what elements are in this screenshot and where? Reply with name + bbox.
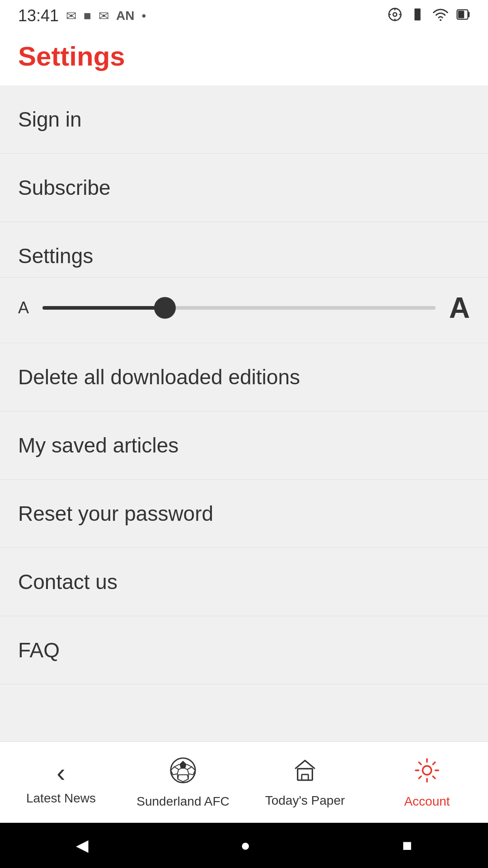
- menu-item-settings[interactable]: Settings: [0, 222, 488, 278]
- svg-marker-14: [171, 767, 178, 774]
- nav-item-account[interactable]: Account: [366, 752, 488, 813]
- menu-item-contact-us[interactable]: Contact us: [0, 548, 488, 616]
- svg-rect-10: [458, 10, 465, 18]
- status-bar: 13:41 ✉ ■ ✉ AN •: [0, 0, 488, 32]
- font-size-large-label: A: [449, 291, 470, 325]
- menu-item-delete-editions-label: Delete all downloaded editions: [18, 365, 300, 389]
- svg-line-19: [178, 769, 181, 769]
- soccer-ball-icon: [169, 756, 197, 789]
- nav-item-latest-news[interactable]: ‹ Latest News: [0, 755, 122, 810]
- font-size-slider[interactable]: [42, 306, 436, 310]
- font-slider-container: A A: [18, 291, 470, 325]
- svg-line-21: [177, 774, 178, 779]
- svg-rect-6: [414, 8, 420, 20]
- nav-item-sunderland-afc[interactable]: Sunderland AFC: [122, 752, 244, 813]
- gmail-icon-1: ✉: [66, 9, 76, 24]
- svg-point-1: [393, 13, 397, 16]
- page-title: Settings: [18, 41, 470, 72]
- svg-point-7: [440, 19, 441, 21]
- bottom-nav: ‹ Latest News Sunderland AFC: [0, 741, 488, 823]
- menu-item-saved-articles-label: My saved articles: [18, 434, 178, 457]
- nav-label-todays-paper: Today's Paper: [265, 793, 345, 808]
- android-home-button[interactable]: ●: [240, 836, 250, 855]
- menu-item-reset-password-label: Reset your password: [18, 502, 213, 525]
- an-label: AN: [116, 9, 134, 23]
- nav-label-account: Account: [404, 794, 450, 809]
- nav-label-latest-news: Latest News: [26, 791, 96, 806]
- font-size-section: A A: [0, 278, 488, 343]
- status-bar-right: [388, 7, 470, 25]
- status-time: 13:41: [18, 6, 59, 25]
- gear-icon: [413, 756, 441, 789]
- home-icon: [292, 757, 318, 788]
- menu-item-reset-password[interactable]: Reset your password: [0, 480, 488, 548]
- svg-rect-9: [468, 12, 470, 17]
- android-recent-button[interactable]: ■: [402, 836, 412, 855]
- svg-marker-12: [179, 760, 187, 768]
- menu-item-saved-articles[interactable]: My saved articles: [0, 411, 488, 480]
- status-bar-left: 13:41 ✉ ■ ✉ AN •: [18, 6, 146, 25]
- vibrate-icon: [410, 7, 425, 25]
- nav-label-sunderland-afc: Sunderland AFC: [136, 794, 229, 809]
- svg-marker-13: [188, 767, 195, 774]
- menu-item-subscribe[interactable]: Subscribe: [0, 154, 488, 222]
- menu-item-delete-editions[interactable]: Delete all downloaded editions: [0, 343, 488, 411]
- svg-line-16: [187, 764, 192, 767]
- android-back-button[interactable]: ◀: [76, 836, 89, 855]
- gmail-icon-2: ✉: [99, 9, 109, 24]
- android-nav-bar: ◀ ● ■: [0, 823, 488, 868]
- svg-rect-23: [302, 774, 309, 780]
- location-icon: [388, 7, 402, 25]
- font-size-small-label: A: [18, 298, 29, 317]
- menu-item-subscribe-label: Subscribe: [18, 176, 111, 199]
- svg-line-17: [174, 764, 180, 767]
- svg-point-24: [422, 766, 431, 774]
- nav-item-todays-paper[interactable]: Today's Paper: [244, 753, 366, 812]
- svg-line-18: [185, 769, 188, 769]
- content-area: Sign in Subscribe Settings A A Delete al…: [0, 85, 488, 741]
- menu-item-sign-in[interactable]: Sign in: [0, 85, 488, 154]
- battery-icon: [456, 8, 470, 24]
- menu-item-faq-label: FAQ: [18, 638, 60, 662]
- stop-icon: ■: [84, 9, 91, 23]
- svg-marker-15: [178, 774, 188, 782]
- menu-item-settings-label: Settings: [18, 244, 93, 268]
- back-arrow-icon: ‹: [56, 760, 65, 786]
- svg-line-20: [188, 774, 189, 779]
- header: Settings: [0, 32, 488, 85]
- menu-item-sign-in-label: Sign in: [18, 108, 82, 131]
- menu-item-contact-us-label: Contact us: [18, 570, 117, 594]
- wifi-icon: [433, 8, 448, 24]
- dot-icon: •: [141, 9, 146, 23]
- menu-item-faq[interactable]: FAQ: [0, 616, 488, 684]
